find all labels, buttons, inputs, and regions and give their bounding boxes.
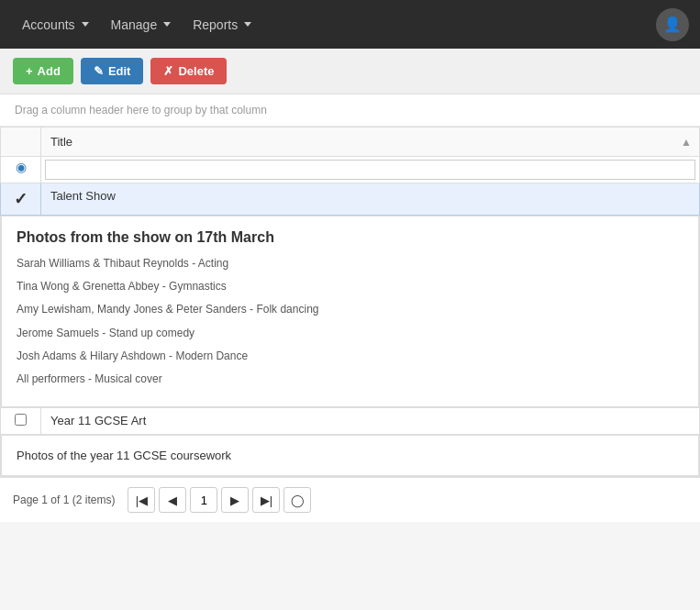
expand-item-6: All performers - Musical cover	[17, 371, 683, 388]
table-header-row: Title ▲	[1, 128, 700, 157]
sort-icon: ▲	[681, 136, 692, 149]
expand-item-2: Tina Wong & Grenetta Abbey - Gymnastics	[17, 278, 683, 295]
filter-icon-cell: ◉	[1, 157, 41, 183]
next-page-button[interactable]: ▶	[221, 487, 249, 513]
expand-item-1: Sarah Williams & Thibaut Reynolds - Acti…	[17, 255, 683, 272]
expand-panel-2: Photos of the year 11 GCSE coursework	[1, 435, 699, 476]
add-label: Add	[38, 64, 61, 78]
delete-button[interactable]: ✗ Delete	[150, 58, 227, 84]
row-checkbox-2[interactable]	[15, 414, 27, 426]
expand-panel-row-2: Photos of the year 11 GCSE coursework	[1, 435, 700, 477]
expand-heading-1: Photos from the show on 17th March	[17, 229, 683, 246]
pagination-bar: Page 1 of 1 (2 items) |◀ ◀ ▶ ▶| ◯	[0, 477, 700, 522]
current-page-input[interactable]	[190, 487, 217, 513]
manage-caret-icon	[163, 22, 171, 27]
toolbar: + Add ✎ Edit ✗ Delete	[0, 49, 700, 94]
expand-panel-row-1: Photos from the show on 17th March Sarah…	[1, 216, 700, 408]
filter-row: ◉	[1, 157, 700, 183]
drag-hint: Drag a column header here to group by th…	[0, 94, 700, 127]
navbar: Accounts Manage Reports 👤	[0, 0, 700, 49]
row-checkbox-cell[interactable]: ✓	[1, 183, 41, 216]
accounts-label: Accounts	[22, 17, 75, 32]
add-button[interactable]: + Add	[13, 58, 73, 84]
reports-label: Reports	[193, 17, 238, 32]
first-page-button[interactable]: |◀	[128, 487, 155, 513]
row-title-2: Year 11 GCSE Art	[50, 414, 146, 427]
row-checkbox-cell-2[interactable]	[1, 408, 41, 435]
accounts-caret-icon	[82, 22, 89, 27]
refresh-button[interactable]: ◯	[283, 487, 311, 513]
delete-label: Delete	[178, 64, 214, 78]
row-title-cell[interactable]: Talent Show	[41, 183, 700, 216]
expand-item-5: Josh Adams & Hilary Ashdown - Modern Dan…	[17, 348, 683, 365]
accounts-menu[interactable]: Accounts	[11, 0, 100, 49]
manage-menu[interactable]: Manage	[100, 0, 183, 49]
manage-label: Manage	[111, 17, 158, 32]
reports-caret-icon	[244, 22, 251, 27]
expand-text-2: Photos of the year 11 GCSE coursework	[17, 449, 683, 462]
edit-icon: ✎	[94, 64, 104, 78]
title-filter-input[interactable]	[45, 160, 695, 180]
pagination-info: Page 1 of 1 (2 items)	[13, 494, 115, 506]
expand-item-4: Jerome Samuels - Stand up comedy	[17, 325, 683, 342]
content-area: Drag a column header here to group by th…	[0, 94, 700, 522]
user-avatar[interactable]: 👤	[656, 8, 689, 41]
table-row[interactable]: Year 11 GCSE Art	[1, 408, 700, 435]
row-title: Talent Show	[50, 189, 116, 203]
reports-menu[interactable]: Reports	[182, 0, 262, 49]
delete-icon: ✗	[163, 64, 173, 78]
row-title-cell-2[interactable]: Year 11 GCSE Art	[41, 408, 700, 435]
prev-page-button[interactable]: ◀	[159, 487, 186, 513]
filter-input-cell	[41, 157, 700, 183]
title-header[interactable]: Title ▲	[41, 128, 700, 157]
add-icon: +	[26, 64, 33, 78]
expand-panel-1: Photos from the show on 17th March Sarah…	[1, 216, 699, 407]
grid-table: Title ▲ ◉ ✓ Talent Show	[0, 127, 700, 477]
edit-button[interactable]: ✎ Edit	[81, 58, 144, 84]
user-icon: 👤	[663, 16, 682, 33]
filter-icon: ◉	[16, 160, 27, 174]
edit-label: Edit	[108, 64, 131, 78]
table-row[interactable]: ✓ Talent Show	[1, 183, 700, 216]
checkbox-header	[1, 128, 41, 157]
last-page-button[interactable]: ▶|	[252, 487, 280, 513]
expand-item-3: Amy Lewisham, Mandy Jones & Peter Sander…	[17, 301, 683, 318]
